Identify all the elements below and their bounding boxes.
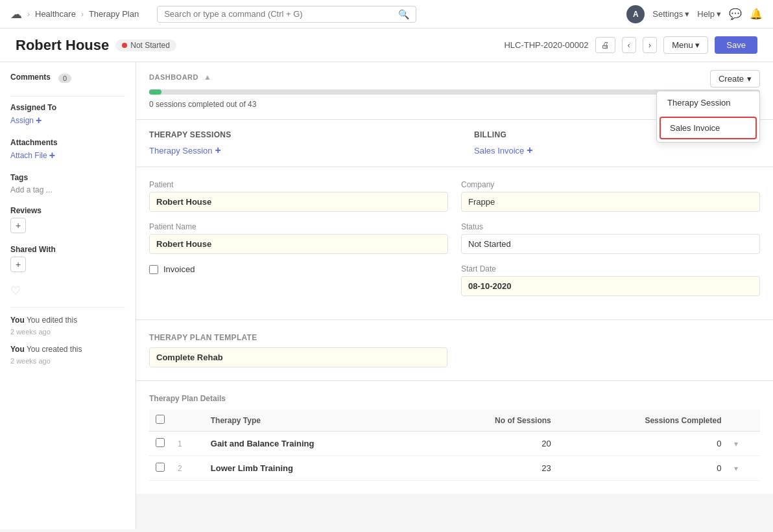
settings-button[interactable]: Settings ▾: [652, 9, 689, 19]
next-button[interactable]: ›: [643, 37, 657, 53]
top-nav: ☁ › Healthcare › Therapy Plan 🔍 A Settin…: [0, 0, 773, 29]
create-btn-wrap: Create ▾ Therapy Session Sales Invoice: [710, 70, 760, 87]
heart-icon[interactable]: ♡: [10, 284, 21, 297]
comments-count: 0: [58, 74, 71, 83]
dashboard-header: DASHBOARD ▲: [149, 73, 760, 82]
breadcrumb-chevron-2: ›: [81, 10, 84, 19]
therapy-sessions-col: Therapy Sessions Therapy Session +: [149, 130, 435, 156]
cloud-icon[interactable]: ☁: [10, 7, 22, 21]
row-dropdown-cell: ▾: [728, 432, 760, 456]
template-section: Therapy Plan Template Complete Rehab: [136, 320, 773, 381]
row-number: 2: [171, 456, 204, 481]
breadcrumb-therapy-plan[interactable]: Therapy Plan: [89, 9, 139, 19]
sales-invoice-link[interactable]: Sales Invoice +: [474, 145, 533, 156]
main-content: Create ▾ Therapy Session Sales Invoice D…: [136, 62, 773, 529]
company-field: Company: [461, 180, 760, 212]
template-input[interactable]: Complete Rehab: [149, 347, 447, 367]
row-checkbox-cell: [149, 432, 171, 456]
company-label: Company: [461, 180, 760, 189]
add-tag-link[interactable]: Add a tag ...: [10, 185, 53, 194]
therapy-plan-table: Therapy Type No of Sessions Sessions Com…: [149, 410, 760, 481]
assign-link[interactable]: Assign +: [10, 115, 42, 126]
patient-name-input[interactable]: Robert House: [149, 234, 448, 254]
patient-field: Patient Robert House: [149, 180, 448, 212]
help-button[interactable]: Help ▾: [697, 9, 721, 19]
activity1-time: 2 weeks ago: [10, 327, 125, 338]
header-completed: Sessions Completed: [558, 410, 728, 432]
company-input[interactable]: [461, 192, 760, 212]
header-actions: HLC-THP-2020-00002 🖨 ‹ › Menu ▾ Save: [504, 36, 757, 54]
row-completed: 0: [558, 456, 728, 481]
breadcrumb-chevron-1: ›: [27, 10, 30, 19]
row-checkbox-cell: [149, 456, 171, 481]
therapy-sessions-title: Therapy Sessions: [149, 130, 435, 139]
row-sessions: 23: [426, 456, 558, 481]
chat-icon[interactable]: 💬: [729, 8, 742, 20]
dashboard-section: Create ▾ Therapy Session Sales Invoice D…: [136, 62, 773, 120]
select-all-checkbox[interactable]: [156, 415, 165, 424]
status-input[interactable]: Not Started: [461, 234, 760, 254]
invoiced-checkbox[interactable]: [149, 265, 158, 274]
tags-section: Tags Add a tag ...: [10, 173, 125, 194]
search-bar[interactable]: 🔍: [157, 6, 416, 23]
invoiced-checkbox-row: Invoiced: [149, 264, 448, 274]
attach-add-icon: +: [49, 150, 55, 161]
row-completed: 0: [558, 432, 728, 456]
invoiced-field: Invoiced: [149, 264, 448, 296]
avatar: A: [626, 5, 645, 23]
dashboard-collapse-icon[interactable]: ▲: [204, 73, 211, 82]
add-review-button[interactable]: +: [10, 218, 26, 233]
dropdown-item-therapy-session[interactable]: Therapy Session: [657, 91, 759, 114]
table-row: 1 Gait and Balance Training 20 0 ▾: [149, 432, 760, 456]
header-num: [171, 410, 204, 432]
search-input[interactable]: [164, 9, 398, 19]
table-section: Therapy Plan Details Therapy Type No of …: [136, 381, 773, 494]
status-label: Status: [461, 222, 760, 231]
activity2-user: You: [10, 345, 25, 354]
attachments-section: Attachments Attach File +: [10, 138, 125, 161]
sales-invoice-add-icon: +: [527, 145, 532, 156]
row-checkbox[interactable]: [156, 463, 165, 472]
add-shared-button[interactable]: +: [10, 257, 26, 272]
create-chevron-icon: ▾: [747, 74, 752, 84]
header-sessions: No of Sessions: [426, 410, 558, 432]
form-row-1: Patient Robert House Company: [149, 180, 760, 212]
header-actions: [728, 410, 760, 432]
row-sessions: 20: [426, 432, 558, 456]
save-button[interactable]: Save: [715, 36, 757, 54]
start-date-input[interactable]: 08-10-2020: [461, 276, 760, 296]
status-dot: [122, 43, 127, 48]
attachments-label: Attachments: [10, 138, 125, 147]
patient-input[interactable]: Robert House: [149, 192, 448, 212]
sidebar: Comments 0 Assigned To Assign + Attachme…: [0, 62, 136, 529]
row-dropdown-cell: ▾: [728, 456, 760, 481]
page-title: Robert House: [16, 37, 109, 54]
therapy-session-link[interactable]: Therapy Session +: [149, 145, 221, 156]
header-checkbox-cell: [149, 410, 171, 432]
table-label: Therapy Plan Details: [149, 394, 760, 403]
row-therapy-type: Lower Limb Training: [204, 456, 426, 481]
bell-icon[interactable]: 🔔: [750, 8, 763, 20]
invoiced-label: Invoiced: [163, 264, 195, 274]
row-dropdown-icon[interactable]: ▾: [734, 464, 738, 473]
prev-button[interactable]: ‹: [622, 37, 636, 53]
start-date-label: Start Date: [461, 264, 760, 273]
row-number: 1: [171, 432, 204, 456]
breadcrumb-healthcare[interactable]: Healthcare: [35, 9, 76, 19]
tags-label: Tags: [10, 173, 125, 182]
patient-name-label: Patient Name: [149, 222, 448, 231]
therapy-session-add-icon: +: [215, 145, 221, 156]
print-button[interactable]: 🖨: [595, 37, 615, 53]
header-therapy-type: Therapy Type: [204, 410, 426, 432]
attach-file-link[interactable]: Attach File +: [10, 150, 55, 161]
patient-name-field: Patient Name Robert House: [149, 222, 448, 254]
page-header: Robert House Not Started HLC-THP-2020-00…: [0, 29, 773, 62]
menu-button[interactable]: Menu ▾: [663, 36, 708, 54]
status-label: Not Started: [130, 41, 170, 50]
title-area: Robert House Not Started: [16, 37, 176, 54]
activity2-time: 2 weeks ago: [10, 356, 125, 367]
create-button[interactable]: Create ▾: [710, 70, 760, 87]
row-checkbox[interactable]: [156, 438, 165, 447]
dropdown-item-sales-invoice[interactable]: Sales Invoice: [660, 117, 757, 139]
row-dropdown-icon[interactable]: ▾: [734, 439, 738, 448]
